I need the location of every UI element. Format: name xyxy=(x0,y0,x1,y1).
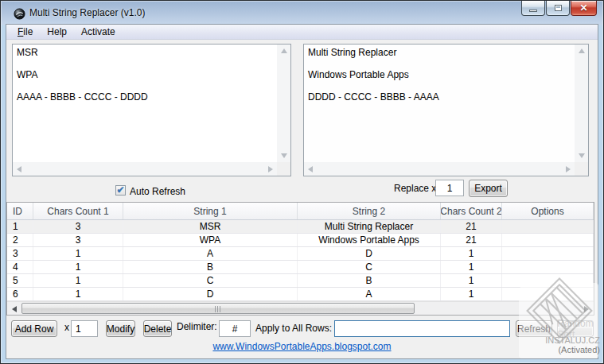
delete-button[interactable]: Delete xyxy=(143,320,172,337)
scroll-right-icon[interactable] xyxy=(566,166,571,172)
scroll-left-icon[interactable] xyxy=(308,166,313,172)
maximize-icon xyxy=(555,5,562,11)
table-cell[interactable]: 1 xyxy=(441,247,502,260)
table-cell[interactable] xyxy=(502,261,594,273)
scroll-up-icon[interactable] xyxy=(281,48,287,53)
watermark-text: INSTALUJ.CZ (Activated) xyxy=(505,335,600,354)
website-link[interactable]: www.WindowsPortableApps.blogspot.com xyxy=(212,341,391,352)
table-cell[interactable]: Multi String Replacer xyxy=(298,220,441,233)
scroll-up-icon[interactable] xyxy=(579,48,585,53)
modify-button[interactable]: Modify xyxy=(106,320,135,337)
table-cell[interactable]: A xyxy=(298,288,441,300)
scroll-down-icon[interactable] xyxy=(281,153,287,158)
watermark-brand: INSTALUJ.CZ xyxy=(505,335,600,345)
table-cell[interactable]: 1 xyxy=(33,261,123,273)
source-horizontal-scrollbar[interactable] xyxy=(13,162,277,176)
table-row[interactable]: 31AD1 xyxy=(7,247,594,261)
result-text[interactable]: Multi String Replacer Windows Portable A… xyxy=(304,45,575,162)
table-cell[interactable]: 3 xyxy=(7,247,33,260)
menu-bar: FileHelpActivate xyxy=(6,25,598,40)
menu-item-file[interactable]: File xyxy=(10,25,40,38)
add-row-button[interactable]: Add Row xyxy=(11,320,57,337)
table-cell[interactable]: B xyxy=(298,274,441,287)
table-row[interactable]: 61DA1 xyxy=(7,288,594,301)
string-table: IDChars Count 1String 1String 2Chars Cou… xyxy=(6,202,594,316)
scroll-down-icon[interactable] xyxy=(579,153,585,158)
table-cell[interactable]: 4 xyxy=(7,261,33,273)
close-button[interactable]: ✕ xyxy=(571,1,597,16)
table-cell[interactable]: D xyxy=(298,247,441,260)
table-cell[interactable]: 1 xyxy=(441,261,502,273)
multiplier-input[interactable] xyxy=(71,320,98,337)
menu-item-activate[interactable]: Activate xyxy=(74,25,123,38)
table-cell[interactable]: C xyxy=(123,274,298,287)
maximize-button[interactable] xyxy=(546,1,570,16)
scroll-left-icon[interactable] xyxy=(17,166,21,172)
table-cell[interactable]: 1 xyxy=(441,288,502,300)
table-cell[interactable]: B xyxy=(123,261,298,273)
source-textbox[interactable]: MSR WPA AAAA - BBBB - CCCC - DDDD xyxy=(12,44,291,176)
result-textbox[interactable]: Multi String Replacer Windows Portable A… xyxy=(303,44,589,176)
close-icon: ✕ xyxy=(579,3,587,13)
apply-all-rows-input[interactable] xyxy=(334,320,510,337)
minimize-button[interactable] xyxy=(521,1,545,16)
table-cell[interactable]: C xyxy=(298,261,441,273)
table-cell[interactable]: 3 xyxy=(33,234,123,246)
table-cell[interactable]: 1 xyxy=(33,274,123,287)
result-vertical-scrollbar[interactable] xyxy=(575,45,588,162)
result-horizontal-scrollbar[interactable] xyxy=(304,162,575,176)
table-row[interactable]: 23WPAWindows Portable Apps21 xyxy=(7,234,594,247)
scrollbar-corner xyxy=(277,162,290,176)
table-cell[interactable]: 21 xyxy=(441,234,502,246)
title-bar[interactable]: Multi String Replacer (v1.0) ✕ xyxy=(0,0,604,24)
scrollbar-corner xyxy=(575,162,588,176)
table-body: 13MSRMulti String Replacer2123WPAWindows… xyxy=(7,220,594,301)
table-cell[interactable]: 21 xyxy=(441,220,502,233)
column-header-options[interactable]: Options xyxy=(502,203,594,219)
table-cell[interactable] xyxy=(502,234,594,246)
export-button[interactable]: Export xyxy=(469,180,508,197)
table-cell[interactable]: D xyxy=(123,288,298,300)
source-text[interactable]: MSR WPA AAAA - BBBB - CCCC - DDDD xyxy=(13,45,277,162)
scroll-right-icon[interactable] xyxy=(268,166,273,172)
table-cell[interactable]: 3 xyxy=(33,220,123,233)
window-title: Multi String Replacer (v1.0) xyxy=(29,7,145,18)
delimiter-input[interactable] xyxy=(219,320,251,337)
table-cell[interactable]: WPA xyxy=(123,234,298,246)
table-cell[interactable]: 1 xyxy=(33,247,123,260)
menu-item-help[interactable]: Help xyxy=(40,25,74,38)
table-cell[interactable] xyxy=(502,247,594,260)
check-icon: ✔ xyxy=(116,185,124,195)
scrollbar-grip-icon xyxy=(215,306,221,312)
activation-status: (Activated) xyxy=(505,345,600,354)
table-cell[interactable] xyxy=(502,220,594,233)
auto-refresh-label: Auto Refresh xyxy=(130,186,185,197)
table-header: IDChars Count 1String 1String 2Chars Cou… xyxy=(7,203,594,220)
table-cell[interactable]: 2 xyxy=(7,234,33,246)
source-vertical-scrollbar[interactable] xyxy=(277,45,290,162)
table-cell[interactable]: 1 xyxy=(7,220,33,233)
column-header-chars-count-1[interactable]: Chars Count 1 xyxy=(33,203,123,219)
table-cell[interactable]: A xyxy=(123,247,298,260)
delimiter-label: Delimiter: xyxy=(177,321,217,332)
scrollbar-thumb[interactable] xyxy=(21,303,415,314)
table-cell[interactable]: 1 xyxy=(33,288,123,300)
column-header-chars-count-2[interactable]: Chars Count 2 xyxy=(441,203,502,219)
column-header-string-1[interactable]: String 1 xyxy=(123,203,298,219)
table-row[interactable]: 41BC1 xyxy=(7,261,594,274)
minimize-icon xyxy=(529,10,537,12)
auto-refresh-checkbox[interactable]: ✔ xyxy=(115,185,126,196)
table-cell[interactable]: 6 xyxy=(7,288,33,300)
table-row[interactable]: 51CB1 xyxy=(7,274,594,288)
table-horizontal-scrollbar[interactable] xyxy=(7,301,594,315)
table-row[interactable]: 13MSRMulti String Replacer21 xyxy=(7,220,594,234)
column-header-id[interactable]: ID xyxy=(7,203,33,219)
scroll-left-icon[interactable] xyxy=(12,306,17,312)
table-cell[interactable]: Windows Portable Apps xyxy=(298,234,441,246)
table-cell[interactable]: 1 xyxy=(441,274,502,287)
replace-count-input[interactable] xyxy=(435,180,464,196)
table-cell[interactable]: MSR xyxy=(123,220,298,233)
column-header-string-2[interactable]: String 2 xyxy=(298,203,441,219)
multiplier-label: x xyxy=(64,322,69,333)
table-cell[interactable]: 5 xyxy=(7,274,33,287)
